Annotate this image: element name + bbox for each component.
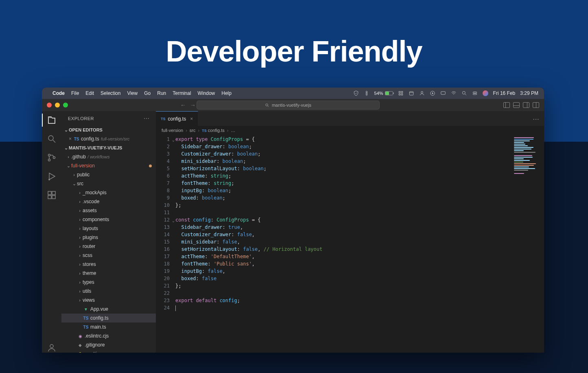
item-label: .vscode (83, 199, 99, 204)
display-icon[interactable] (440, 90, 446, 96)
menu-file[interactable]: File (71, 90, 79, 96)
source-control-icon[interactable] (47, 153, 57, 162)
breadcrumb-item[interactable]: … (231, 128, 235, 133)
open-editor-item[interactable]: × TS config.ts full-version/src (61, 134, 156, 143)
menu-go[interactable]: Go (144, 90, 151, 96)
folder-item[interactable]: ›_mockApis (61, 188, 156, 197)
svg-point-11 (462, 91, 465, 94)
search-icon[interactable] (47, 134, 57, 144)
folder-item[interactable]: ›.github/ workflows (61, 152, 156, 161)
svg-rect-3 (399, 91, 400, 93)
code-editor[interactable]: 1⌄23456789101112⌄13141516171819202122232… (156, 135, 544, 353)
battery-status[interactable]: 54% (374, 91, 393, 96)
folder-item[interactable]: ⌄src (61, 179, 156, 188)
control-center-icon[interactable] (472, 90, 478, 96)
file-item[interactable]: ◆.gitignore (61, 340, 156, 349)
svg-point-16 (48, 154, 50, 156)
file-item[interactable]: TSconfig.ts (61, 314, 156, 323)
menu-run[interactable]: Run (157, 90, 166, 96)
figma-icon[interactable] (364, 90, 369, 96)
file-item[interactable]: {}.prettierrc (61, 349, 156, 353)
maximize-window-button[interactable] (63, 103, 68, 108)
svg-point-15 (48, 136, 53, 140)
command-center[interactable]: mantis-vuetify-vuejs (197, 101, 380, 110)
extensions-icon[interactable] (47, 190, 57, 200)
folder-item[interactable]: ›plugins (61, 233, 156, 242)
menu-window[interactable]: Window (198, 90, 215, 96)
close-tab-button[interactable]: × (190, 116, 193, 122)
folder-item[interactable]: ›components (61, 215, 156, 224)
file-item[interactable]: TSmain.ts (61, 323, 156, 331)
breadcrumb-item[interactable]: TS config.ts (202, 128, 225, 133)
menubar-date[interactable]: Fri 16 Feb (493, 90, 516, 96)
tab-more-button[interactable]: ⋯ (533, 115, 539, 123)
menu-view[interactable]: View (127, 90, 138, 96)
chevron-right-icon: › (66, 154, 71, 159)
folder-item[interactable]: ›.vscode (61, 197, 156, 206)
folder-item[interactable]: ›public (61, 170, 156, 179)
item-label: layouts (83, 226, 98, 231)
user-icon[interactable] (419, 90, 425, 96)
open-editor-path: full-version/src (101, 136, 130, 141)
file-item[interactable]: ▼App.vue (61, 305, 156, 314)
run-debug-icon[interactable] (47, 171, 57, 181)
shield-check-icon[interactable] (353, 90, 359, 96)
chevron-right-icon: › (77, 280, 83, 285)
folder-item[interactable]: ›router (61, 242, 156, 251)
item-suffix: / workflows (87, 154, 109, 159)
folder-item[interactable]: ›views (61, 296, 156, 305)
toggle-primary-sidebar-button[interactable] (503, 102, 510, 108)
battery-percent: 54% (374, 91, 383, 96)
breadcrumb-item[interactable]: src (190, 128, 196, 133)
chevron-right-icon: › (77, 217, 83, 222)
file-item[interactable]: ◉.eslintrc.cjs (61, 331, 156, 340)
customize-layout-button[interactable] (533, 102, 539, 108)
calendar-icon[interactable] (409, 90, 414, 96)
item-label: public (77, 172, 90, 178)
search-icon[interactable] (461, 90, 467, 96)
folder-item[interactable]: ⌄full-version (61, 161, 156, 170)
play-circle-icon[interactable] (430, 90, 435, 96)
close-window-button[interactable] (47, 103, 52, 108)
folder-item[interactable]: ›stores (61, 260, 156, 269)
more-actions-button[interactable]: ⋯ (144, 115, 150, 122)
project-section[interactable]: MANTIS-VUETIFY-VUEJS (61, 143, 156, 152)
folder-item[interactable]: ›types (61, 278, 156, 287)
wifi-icon[interactable] (451, 90, 457, 96)
menu-help[interactable]: Help (221, 90, 232, 96)
code-content[interactable]: export type ConfigProps = { Sidebar_draw… (175, 135, 544, 353)
grid-icon[interactable] (398, 90, 404, 96)
menu-edit[interactable]: Edit (85, 90, 94, 96)
toggle-secondary-sidebar-button[interactable] (523, 102, 529, 108)
svg-rect-2 (366, 94, 367, 96)
folder-item[interactable]: ›utils (61, 287, 156, 296)
minimap[interactable] (511, 135, 544, 192)
accounts-icon[interactable] (47, 343, 57, 353)
folder-item[interactable]: ›assets (61, 206, 156, 215)
folder-item[interactable]: ›scss (61, 251, 156, 260)
menubar-time[interactable]: 3:29 PM (520, 90, 538, 96)
explorer-icon[interactable] (47, 115, 57, 125)
menu-app[interactable]: Code (52, 90, 65, 96)
breadcrumb-item[interactable]: full-version (162, 128, 183, 133)
menu-terminal[interactable]: Terminal (173, 90, 191, 96)
menu-selection[interactable]: Selection (101, 90, 120, 96)
nav-back-button[interactable]: ← (180, 102, 186, 108)
chevron-right-icon: › (77, 262, 83, 267)
nav-forward-button[interactable]: → (190, 102, 196, 108)
editor-tab[interactable]: TS config.ts × (156, 111, 198, 126)
modified-indicator (149, 165, 152, 167)
chevron-right-icon: › (77, 235, 83, 240)
svg-rect-4 (401, 91, 403, 93)
svg-point-19 (48, 179, 50, 180)
svg-point-14 (266, 103, 268, 106)
item-label: App.vue (90, 306, 108, 312)
toggle-panel-button[interactable] (513, 102, 520, 108)
open-editors-section[interactable]: OPEN EDITORS (61, 125, 156, 134)
folder-item[interactable]: ›theme (61, 269, 156, 278)
minimize-window-button[interactable] (55, 103, 60, 108)
siri-icon[interactable] (483, 90, 488, 96)
breadcrumb[interactable]: full-version›src›TS config.ts›… (156, 126, 544, 135)
folder-item[interactable]: ›layouts (61, 224, 156, 233)
close-editor-button[interactable]: × (69, 136, 72, 142)
